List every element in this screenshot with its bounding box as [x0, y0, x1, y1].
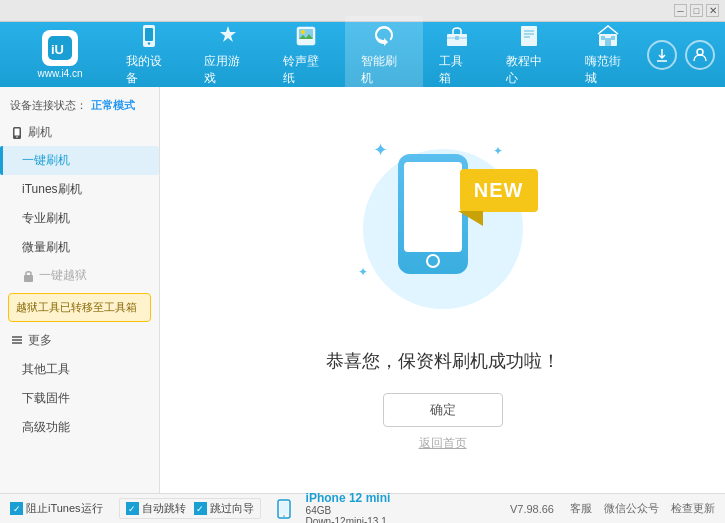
nav-item-toolbox[interactable]: 工具箱: [423, 16, 490, 93]
back-link[interactable]: 返回首页: [419, 435, 467, 452]
sidebar-item-itunes-flash[interactable]: iTunes刷机: [0, 175, 159, 204]
stop-itunes-checkbox[interactable]: ✓: [10, 502, 23, 515]
nav-label-toolbox: 工具箱: [439, 53, 474, 87]
sidebar-jailbreak-disabled: 一键越狱: [0, 262, 159, 289]
jailbreak-label: 一键越狱: [39, 267, 87, 284]
stop-itunes-container: ✓ 阻止iTunes运行: [10, 501, 103, 516]
version-label: V7.98.66: [510, 503, 554, 515]
main-layout: 设备连接状态： 正常模式 刷机 一键刷机 iTunes刷机 专业刷机 微量刷机: [0, 87, 725, 493]
device-version: Down-12mini-13,1: [306, 516, 391, 524]
logo-area: iU www.i4.cn: [10, 30, 110, 79]
sparkle-3: ✦: [358, 265, 368, 279]
flash-section-header: 刷机: [0, 119, 159, 146]
device-status-bar: 设备连接状态： 正常模式: [0, 92, 159, 119]
device-icon: [277, 499, 291, 519]
phone-screen: [404, 162, 462, 252]
more-icon: [10, 333, 24, 347]
wechat-link[interactable]: 微信公众号: [604, 501, 659, 516]
stop-itunes-label: 阻止iTunes运行: [26, 501, 103, 516]
sidebar-warning-box: 越狱工具已转移至工具箱: [8, 293, 151, 322]
minimize-button[interactable]: ─: [674, 4, 687, 17]
nav-item-wallpaper[interactable]: 铃声壁纸: [267, 16, 345, 93]
status-label: 设备连接状态：: [10, 98, 87, 113]
sidebar-item-download-firmware[interactable]: 下载固件: [0, 384, 159, 413]
check-update-link[interactable]: 检查更新: [671, 501, 715, 516]
phone-icon: [10, 126, 24, 140]
lock-icon: [22, 269, 35, 282]
close-button[interactable]: ✕: [706, 4, 719, 17]
download-button[interactable]: [647, 40, 677, 70]
svg-rect-10: [455, 36, 459, 40]
svg-rect-17: [601, 36, 605, 40]
nav-label-apps-games: 应用游戏: [204, 53, 250, 87]
sidebar-item-micro-flash[interactable]: 微量刷机: [0, 233, 159, 262]
service-link[interactable]: 客服: [570, 501, 592, 516]
toolbox-icon: [443, 22, 471, 50]
apps-games-icon: [214, 22, 242, 50]
sidebar-item-pro-flash[interactable]: 专业刷机: [0, 204, 159, 233]
device-info-row: iPhone 12 mini 64GB Down-12mini-13,1: [277, 491, 391, 524]
svg-rect-22: [15, 128, 20, 135]
sparkle-2: ✦: [493, 144, 503, 158]
svg-point-20: [697, 49, 703, 55]
my-device-icon: [135, 22, 163, 50]
phone-home-btn: [426, 254, 440, 268]
maximize-button[interactable]: □: [690, 4, 703, 17]
flash-section-label: 刷机: [28, 124, 52, 141]
nav-item-my-device[interactable]: 我的设备: [110, 16, 188, 93]
auto-follow-checkbox[interactable]: ✓: [126, 502, 139, 515]
nav-label-smart-flash: 智能刷机: [361, 53, 407, 87]
svg-point-23: [16, 136, 18, 138]
logo-icon: iU: [42, 30, 78, 66]
svg-point-7: [301, 30, 305, 34]
device-info: iPhone 12 mini 64GB Down-12mini-13,1: [306, 491, 391, 524]
tutorials-icon: [515, 22, 543, 50]
confirm-button[interactable]: 确定: [383, 393, 503, 427]
nav-item-smart-flash[interactable]: 智能刷机: [345, 16, 423, 93]
skip-wizard-label: 跳过向导: [210, 501, 254, 516]
new-badge-container: NEW: [460, 169, 538, 212]
svg-text:iU: iU: [51, 42, 64, 57]
skip-wizard-container: ✓ 跳过向导: [194, 501, 254, 516]
nav-label-tutorials: 教程中心: [506, 53, 552, 87]
nav-item-fashion-city[interactable]: 嗨范街城: [569, 16, 647, 93]
top-nav: iU www.i4.cn 我的设备 应用游戏: [0, 22, 725, 87]
more-section-label: 更多: [28, 332, 52, 349]
device-storage: 64GB: [306, 505, 391, 516]
warning-text: 越狱工具已转移至工具箱: [16, 301, 137, 313]
nav-label-fashion-city: 嗨范街城: [585, 53, 631, 87]
sidebar-item-advanced[interactable]: 高级功能: [0, 413, 159, 442]
skip-wizard-checkbox[interactable]: ✓: [194, 502, 207, 515]
nav-items: 我的设备 应用游戏 铃声壁纸: [110, 16, 647, 93]
nav-label-my-device: 我的设备: [126, 53, 172, 87]
svg-point-4: [148, 42, 150, 44]
badge-tail: [458, 211, 483, 226]
bottom-checkboxes: ✓ 自动跳转 ✓ 跳过向导: [119, 498, 261, 519]
auto-follow-container: ✓ 自动跳转: [126, 501, 186, 516]
sidebar: 设备连接状态： 正常模式 刷机 一键刷机 iTunes刷机 专业刷机 微量刷机: [0, 87, 160, 493]
svg-rect-11: [521, 26, 537, 46]
success-message: 恭喜您，保资料刷机成功啦！: [326, 349, 560, 373]
bottom-bar: ✓ 阻止iTunes运行 ✓ 自动跳转 ✓ 跳过向导 iPhone 12 min…: [0, 493, 725, 523]
sidebar-item-other-tools[interactable]: 其他工具: [0, 355, 159, 384]
wallpaper-icon: [292, 22, 320, 50]
nav-label-wallpaper: 铃声壁纸: [283, 53, 329, 87]
nav-item-apps-games[interactable]: 应用游戏: [188, 16, 266, 93]
svg-rect-18: [611, 36, 615, 40]
nav-right: [647, 40, 715, 70]
logo-site-name: www.i4.cn: [37, 68, 82, 79]
more-section-header: 更多: [0, 326, 159, 355]
sidebar-item-one-key-flash[interactable]: 一键刷机: [0, 146, 159, 175]
nav-item-tutorials[interactable]: 教程中心: [490, 16, 568, 93]
sparkle-1: ✦: [373, 139, 388, 161]
main-content: ✦ ✦ ✦ NEW 恭喜您，保资料刷机成功啦！ 确定 返回首页: [160, 87, 725, 493]
svg-rect-16: [605, 38, 611, 46]
bottom-right: V7.98.66 客服 微信公众号 检查更新: [510, 501, 715, 516]
svg-point-30: [283, 515, 285, 517]
smart-flash-icon: [370, 22, 398, 50]
user-button[interactable]: [685, 40, 715, 70]
auto-follow-label: 自动跳转: [142, 501, 186, 516]
fashion-city-icon: [594, 22, 622, 50]
bottom-left: ✓ 阻止iTunes运行 ✓ 自动跳转 ✓ 跳过向导 iPhone 12 min…: [10, 491, 510, 524]
bottom-links: 客服 微信公众号 检查更新: [570, 501, 715, 516]
